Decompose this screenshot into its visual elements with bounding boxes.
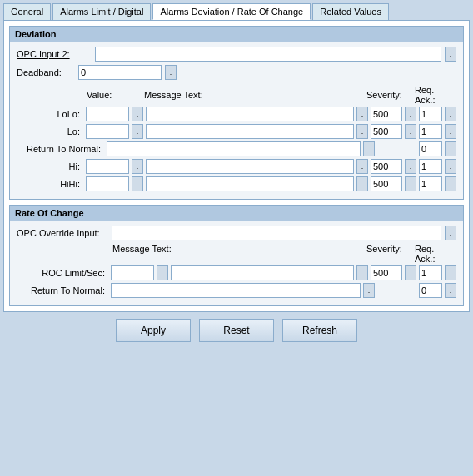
tab-related-values[interactable]: Related Values: [312, 3, 389, 20]
lolo-value-btn[interactable]: .: [132, 107, 143, 121]
refresh-button[interactable]: Refresh: [282, 319, 357, 342]
roc-limit-btn[interactable]: .: [157, 265, 168, 280]
hi-value-btn[interactable]: .: [132, 159, 143, 174]
roc-limit-value[interactable]: [111, 265, 154, 280]
roc-severity[interactable]: [371, 265, 402, 280]
dev-return-message[interactable]: [107, 141, 361, 156]
roc-opc-btn[interactable]: .: [445, 226, 456, 240]
reset-button[interactable]: Reset: [199, 319, 274, 342]
roc-col-header-message: Message Text:: [112, 244, 364, 264]
deadband-field[interactable]: [78, 65, 162, 80]
roc-column-headers: Message Text: Severity: Req. Ack.:: [112, 244, 456, 264]
tab-general[interactable]: General: [3, 3, 51, 20]
col-header-value: Value:: [87, 90, 142, 100]
roc-header: Rate Of Change: [10, 206, 463, 221]
roc-return-message[interactable]: [111, 283, 361, 298]
roc-reqack[interactable]: [419, 265, 442, 280]
hihi-reqack-btn[interactable]: .: [445, 176, 456, 191]
roc-message-btn[interactable]: .: [356, 265, 368, 280]
lolo-message[interactable]: [146, 107, 354, 121]
button-bar: Apply Reset Refresh: [0, 312, 473, 349]
main-content: Deviation OPC Input 2: . Deadband: . Val…: [3, 20, 470, 312]
lo-value-btn[interactable]: .: [132, 124, 143, 139]
lo-message-btn[interactable]: .: [356, 124, 368, 139]
roc-limit-label: ROC Limit/Sec:: [17, 268, 108, 278]
roc-opc-label: OPC Override Input:: [17, 228, 108, 238]
dev-return-reqack-btn[interactable]: .: [445, 141, 456, 156]
lolo-label: LoLo:: [17, 109, 83, 119]
col-header-message: Message Text:: [144, 90, 361, 100]
roc-col-header-severity: Severity:: [366, 244, 412, 264]
dev-return-reqack[interactable]: [419, 141, 442, 156]
hi-label: Hi:: [17, 161, 83, 171]
lo-severity-btn[interactable]: .: [405, 124, 416, 139]
hi-row: Hi: . . . .: [17, 159, 456, 174]
opc-input-field[interactable]: [95, 47, 441, 62]
roc-message[interactable]: [171, 265, 354, 280]
lolo-row: LoLo: . . . .: [17, 107, 456, 121]
deviation-header: Deviation: [10, 27, 463, 42]
hi-severity[interactable]: [371, 159, 402, 174]
hihi-label: HiHi:: [17, 179, 83, 189]
hihi-value[interactable]: [86, 176, 129, 191]
roc-section: Rate Of Change OPC Override Input: . Mes…: [9, 205, 464, 306]
col-header-severity: Severity:: [366, 90, 412, 100]
lolo-message-btn[interactable]: .: [356, 107, 368, 121]
roc-opc-row: OPC Override Input: .: [17, 226, 456, 240]
hi-message[interactable]: [146, 159, 354, 174]
col-header-reqack: Req. Ack.:: [415, 85, 456, 105]
roc-limit-row: ROC Limit/Sec: . . . .: [17, 265, 456, 280]
lo-label: Lo:: [17, 126, 83, 136]
dev-return-row: Return To Normal: . .: [17, 141, 456, 156]
hihi-row: HiHi: . . . .: [17, 176, 456, 191]
roc-return-reqack[interactable]: [419, 283, 442, 298]
lolo-reqack-btn[interactable]: .: [445, 107, 456, 121]
dev-return-message-btn[interactable]: .: [363, 141, 375, 156]
hi-severity-btn[interactable]: .: [405, 159, 416, 174]
roc-return-row: Return To Normal: . .: [17, 283, 456, 298]
apply-button[interactable]: Apply: [116, 319, 191, 342]
hihi-reqack[interactable]: [419, 176, 442, 191]
lo-severity[interactable]: [371, 124, 402, 139]
tab-bar: General Alarms Limit / Digital Alarms De…: [0, 0, 473, 20]
deadband-label: Deadband:: [17, 67, 75, 77]
lolo-value[interactable]: [86, 107, 129, 121]
lolo-reqack[interactable]: [419, 107, 442, 121]
hihi-message[interactable]: [146, 176, 354, 191]
hihi-message-btn[interactable]: .: [356, 176, 368, 191]
roc-severity-btn[interactable]: .: [405, 265, 416, 280]
column-headers: Value: Message Text: Severity: Req. Ack.…: [87, 85, 456, 105]
hi-message-btn[interactable]: .: [356, 159, 368, 174]
lo-reqack[interactable]: [419, 124, 442, 139]
roc-reqack-btn[interactable]: .: [445, 265, 456, 280]
hihi-severity[interactable]: [371, 176, 402, 191]
lolo-severity[interactable]: [371, 107, 402, 121]
opc-input-label: OPC Input 2:: [17, 49, 92, 59]
lo-row: Lo: . . . .: [17, 124, 456, 139]
hi-reqack[interactable]: [419, 159, 442, 174]
hi-reqack-btn[interactable]: .: [445, 159, 456, 174]
roc-return-label: Return To Normal:: [17, 285, 108, 295]
tab-alarms-limit[interactable]: Alarms Limit / Digital: [52, 3, 151, 20]
hi-value[interactable]: [86, 159, 129, 174]
lo-reqack-btn[interactable]: .: [445, 124, 456, 139]
lo-message[interactable]: [146, 124, 354, 139]
roc-return-reqack-btn[interactable]: .: [445, 283, 456, 298]
lo-value[interactable]: [86, 124, 129, 139]
roc-opc-field[interactable]: [112, 226, 441, 240]
tab-alarms-deviation[interactable]: Alarms Deviation / Rate Of Change: [152, 3, 311, 20]
dev-return-label: Return To Normal:: [17, 144, 104, 154]
opc-input-btn[interactable]: .: [445, 47, 456, 62]
hihi-severity-btn[interactable]: .: [405, 176, 416, 191]
deadband-row: Deadband: .: [17, 65, 456, 80]
deviation-body: OPC Input 2: . Deadband: . Value: Messag…: [10, 42, 463, 199]
deviation-section: Deviation OPC Input 2: . Deadband: . Val…: [9, 26, 464, 200]
lolo-severity-btn[interactable]: .: [405, 107, 416, 121]
roc-col-header-reqack: Req. Ack.:: [415, 244, 456, 264]
roc-body: OPC Override Input: . Message Text: Seve…: [10, 221, 463, 305]
hihi-value-btn[interactable]: .: [132, 176, 143, 191]
opc-input-row: OPC Input 2: .: [17, 47, 456, 62]
deadband-btn[interactable]: .: [165, 65, 177, 80]
roc-return-message-btn[interactable]: .: [363, 283, 375, 298]
